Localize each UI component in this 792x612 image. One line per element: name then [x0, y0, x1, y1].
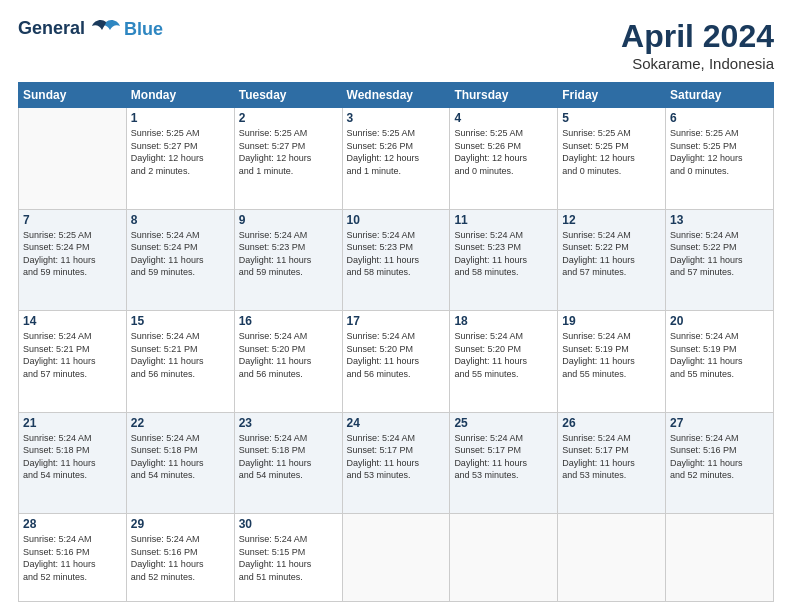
day-info: Sunrise: 5:24 AM Sunset: 5:17 PM Dayligh… [347, 432, 446, 482]
day-number: 6 [670, 111, 769, 125]
day-number: 19 [562, 314, 661, 328]
calendar-header-row: SundayMondayTuesdayWednesdayThursdayFrid… [19, 83, 774, 108]
weekday-header-wednesday: Wednesday [342, 83, 450, 108]
day-info: Sunrise: 5:24 AM Sunset: 5:23 PM Dayligh… [454, 229, 553, 279]
day-info: Sunrise: 5:24 AM Sunset: 5:21 PM Dayligh… [131, 330, 230, 380]
day-number: 1 [131, 111, 230, 125]
calendar-cell [19, 108, 127, 210]
calendar-week-1: 1Sunrise: 5:25 AM Sunset: 5:27 PM Daylig… [19, 108, 774, 210]
day-number: 12 [562, 213, 661, 227]
calendar-cell: 6Sunrise: 5:25 AM Sunset: 5:25 PM Daylig… [666, 108, 774, 210]
calendar-cell: 3Sunrise: 5:25 AM Sunset: 5:26 PM Daylig… [342, 108, 450, 210]
weekday-header-thursday: Thursday [450, 83, 558, 108]
day-number: 23 [239, 416, 338, 430]
day-info: Sunrise: 5:24 AM Sunset: 5:18 PM Dayligh… [131, 432, 230, 482]
day-number: 5 [562, 111, 661, 125]
day-info: Sunrise: 5:24 AM Sunset: 5:19 PM Dayligh… [562, 330, 661, 380]
calendar-cell: 17Sunrise: 5:24 AM Sunset: 5:20 PM Dayli… [342, 311, 450, 413]
calendar-cell: 15Sunrise: 5:24 AM Sunset: 5:21 PM Dayli… [126, 311, 234, 413]
day-info: Sunrise: 5:24 AM Sunset: 5:17 PM Dayligh… [454, 432, 553, 482]
day-info: Sunrise: 5:25 AM Sunset: 5:25 PM Dayligh… [670, 127, 769, 177]
calendar-cell: 25Sunrise: 5:24 AM Sunset: 5:17 PM Dayli… [450, 412, 558, 514]
calendar-cell: 21Sunrise: 5:24 AM Sunset: 5:18 PM Dayli… [19, 412, 127, 514]
calendar-cell: 18Sunrise: 5:24 AM Sunset: 5:20 PM Dayli… [450, 311, 558, 413]
calendar-cell: 22Sunrise: 5:24 AM Sunset: 5:18 PM Dayli… [126, 412, 234, 514]
page: General Blue April 2024 Sokarame, Indone… [0, 0, 792, 612]
logo: General Blue [18, 18, 163, 40]
day-info: Sunrise: 5:25 AM Sunset: 5:25 PM Dayligh… [562, 127, 661, 177]
calendar-cell: 4Sunrise: 5:25 AM Sunset: 5:26 PM Daylig… [450, 108, 558, 210]
calendar-week-3: 14Sunrise: 5:24 AM Sunset: 5:21 PM Dayli… [19, 311, 774, 413]
day-number: 14 [23, 314, 122, 328]
logo-text: General [18, 18, 122, 40]
day-number: 7 [23, 213, 122, 227]
title-block: April 2024 Sokarame, Indonesia [621, 18, 774, 72]
day-info: Sunrise: 5:24 AM Sunset: 5:21 PM Dayligh… [23, 330, 122, 380]
day-number: 4 [454, 111, 553, 125]
day-number: 2 [239, 111, 338, 125]
day-number: 30 [239, 517, 338, 531]
day-info: Sunrise: 5:24 AM Sunset: 5:18 PM Dayligh… [23, 432, 122, 482]
day-number: 3 [347, 111, 446, 125]
calendar-week-5: 28Sunrise: 5:24 AM Sunset: 5:16 PM Dayli… [19, 514, 774, 602]
day-info: Sunrise: 5:24 AM Sunset: 5:18 PM Dayligh… [239, 432, 338, 482]
calendar-cell: 1Sunrise: 5:25 AM Sunset: 5:27 PM Daylig… [126, 108, 234, 210]
day-number: 9 [239, 213, 338, 227]
day-info: Sunrise: 5:25 AM Sunset: 5:26 PM Dayligh… [347, 127, 446, 177]
day-info: Sunrise: 5:24 AM Sunset: 5:23 PM Dayligh… [239, 229, 338, 279]
calendar-cell [558, 514, 666, 602]
calendar-cell: 19Sunrise: 5:24 AM Sunset: 5:19 PM Dayli… [558, 311, 666, 413]
calendar-cell: 14Sunrise: 5:24 AM Sunset: 5:21 PM Dayli… [19, 311, 127, 413]
month-title: April 2024 [621, 18, 774, 55]
day-info: Sunrise: 5:24 AM Sunset: 5:22 PM Dayligh… [562, 229, 661, 279]
calendar-week-4: 21Sunrise: 5:24 AM Sunset: 5:18 PM Dayli… [19, 412, 774, 514]
day-info: Sunrise: 5:24 AM Sunset: 5:16 PM Dayligh… [23, 533, 122, 583]
weekday-header-friday: Friday [558, 83, 666, 108]
header: General Blue April 2024 Sokarame, Indone… [18, 18, 774, 72]
day-info: Sunrise: 5:24 AM Sunset: 5:24 PM Dayligh… [131, 229, 230, 279]
day-number: 13 [670, 213, 769, 227]
calendar-cell: 28Sunrise: 5:24 AM Sunset: 5:16 PM Dayli… [19, 514, 127, 602]
weekday-header-sunday: Sunday [19, 83, 127, 108]
calendar-cell: 10Sunrise: 5:24 AM Sunset: 5:23 PM Dayli… [342, 209, 450, 311]
day-number: 20 [670, 314, 769, 328]
day-info: Sunrise: 5:24 AM Sunset: 5:16 PM Dayligh… [670, 432, 769, 482]
day-number: 15 [131, 314, 230, 328]
calendar-cell [342, 514, 450, 602]
calendar-cell [666, 514, 774, 602]
day-number: 29 [131, 517, 230, 531]
calendar-week-2: 7Sunrise: 5:25 AM Sunset: 5:24 PM Daylig… [19, 209, 774, 311]
logo-blue: Blue [124, 19, 163, 40]
day-info: Sunrise: 5:25 AM Sunset: 5:27 PM Dayligh… [131, 127, 230, 177]
day-number: 22 [131, 416, 230, 430]
calendar-cell: 26Sunrise: 5:24 AM Sunset: 5:17 PM Dayli… [558, 412, 666, 514]
day-number: 25 [454, 416, 553, 430]
day-number: 24 [347, 416, 446, 430]
day-number: 17 [347, 314, 446, 328]
calendar-cell: 27Sunrise: 5:24 AM Sunset: 5:16 PM Dayli… [666, 412, 774, 514]
calendar-cell: 7Sunrise: 5:25 AM Sunset: 5:24 PM Daylig… [19, 209, 127, 311]
calendar-cell: 9Sunrise: 5:24 AM Sunset: 5:23 PM Daylig… [234, 209, 342, 311]
calendar-cell: 13Sunrise: 5:24 AM Sunset: 5:22 PM Dayli… [666, 209, 774, 311]
calendar-cell [450, 514, 558, 602]
weekday-header-monday: Monday [126, 83, 234, 108]
day-info: Sunrise: 5:24 AM Sunset: 5:22 PM Dayligh… [670, 229, 769, 279]
day-info: Sunrise: 5:24 AM Sunset: 5:23 PM Dayligh… [347, 229, 446, 279]
calendar-cell: 12Sunrise: 5:24 AM Sunset: 5:22 PM Dayli… [558, 209, 666, 311]
logo-general: General [18, 18, 85, 38]
calendar-cell: 30Sunrise: 5:24 AM Sunset: 5:15 PM Dayli… [234, 514, 342, 602]
logo-bird-icon [92, 18, 120, 40]
day-info: Sunrise: 5:24 AM Sunset: 5:20 PM Dayligh… [239, 330, 338, 380]
day-info: Sunrise: 5:24 AM Sunset: 5:19 PM Dayligh… [670, 330, 769, 380]
day-number: 21 [23, 416, 122, 430]
day-number: 8 [131, 213, 230, 227]
calendar-cell: 8Sunrise: 5:24 AM Sunset: 5:24 PM Daylig… [126, 209, 234, 311]
day-info: Sunrise: 5:24 AM Sunset: 5:20 PM Dayligh… [347, 330, 446, 380]
location-subtitle: Sokarame, Indonesia [621, 55, 774, 72]
day-number: 27 [670, 416, 769, 430]
day-number: 10 [347, 213, 446, 227]
calendar-cell: 29Sunrise: 5:24 AM Sunset: 5:16 PM Dayli… [126, 514, 234, 602]
weekday-header-saturday: Saturday [666, 83, 774, 108]
day-number: 18 [454, 314, 553, 328]
calendar-cell: 2Sunrise: 5:25 AM Sunset: 5:27 PM Daylig… [234, 108, 342, 210]
